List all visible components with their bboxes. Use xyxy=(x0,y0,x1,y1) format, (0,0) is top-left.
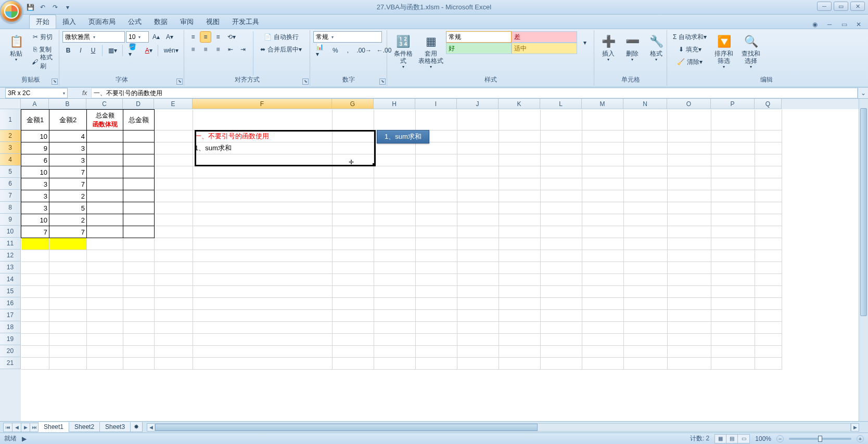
comma-format-icon[interactable]: , xyxy=(342,45,353,56)
merge-center-button[interactable]: ⬌ 合并后居中 ▾ xyxy=(258,44,304,55)
style-good[interactable]: 好 xyxy=(446,43,512,54)
close-button[interactable]: ✕ xyxy=(850,2,865,11)
table-format-button[interactable]: ▦套用 表格格式▾ xyxy=(418,31,444,71)
number-format-combo[interactable]: 常规▾ xyxy=(313,31,382,43)
align-right-icon[interactable]: ≡ xyxy=(212,44,224,55)
doc-close-icon[interactable]: ✕ xyxy=(854,20,863,29)
page-layout-view-icon[interactable]: ▤ xyxy=(726,435,738,443)
ribbon: 📋粘贴▾ ✂ 剪切 ⎘ 复制 🖌 格式刷 剪贴板⬊ 微软雅黑▾ 10▾ A▴ A… xyxy=(0,29,868,87)
sum-macro-button[interactable]: 1、sum求和 xyxy=(377,130,429,143)
redo-icon[interactable]: ↷ xyxy=(50,2,60,12)
zoom-slider[interactable] xyxy=(789,438,851,440)
style-neutral[interactable]: 适中 xyxy=(512,43,577,54)
normal-view-icon[interactable]: ▦ xyxy=(715,435,726,443)
tab-home[interactable]: 开始 xyxy=(29,15,56,29)
tab-nav-next-icon[interactable]: ▶ xyxy=(21,423,30,432)
new-sheet-icon[interactable]: ✸ xyxy=(130,422,143,432)
font-dialog-icon[interactable]: ⬊ xyxy=(176,79,183,85)
tab-review[interactable]: 审阅 xyxy=(174,15,200,29)
autosum-button[interactable]: Σ 自动求和 ▾ xyxy=(670,31,709,43)
accounting-format-icon[interactable]: 📊▾ xyxy=(313,45,328,56)
vertical-scrollbar[interactable] xyxy=(859,99,868,421)
increase-indent-icon[interactable]: ⇥ xyxy=(237,44,249,55)
clear-button[interactable]: 🧹 清除 ▾ xyxy=(670,56,709,68)
formula-bar-expand-icon[interactable]: ⌄ xyxy=(858,88,868,98)
increase-font-icon[interactable]: A▴ xyxy=(150,31,162,43)
doc-minimize-icon[interactable]: ─ xyxy=(825,20,834,29)
increase-decimal-icon[interactable]: .00→ xyxy=(354,45,373,56)
zoom-level[interactable]: 100% xyxy=(755,435,771,442)
maximize-button[interactable]: ▭ xyxy=(834,2,848,11)
name-box[interactable]: 3R x 2C▾ xyxy=(5,88,68,98)
cells-grid[interactable]: 金额1金额2总金额函数体现总金额104一、不要引号的函数使用931、sum求和6… xyxy=(21,109,859,421)
fill-color-button[interactable]: 🪣▾ xyxy=(126,45,142,56)
phonetic-button[interactable]: wén▾ xyxy=(161,45,181,56)
align-bottom-icon[interactable]: ≡ xyxy=(212,31,224,43)
tab-nav-first-icon[interactable]: ⏮ xyxy=(3,423,12,432)
border-button[interactable]: ▦▾ xyxy=(106,45,119,56)
sheet-tab-1[interactable]: Sheet1 xyxy=(38,422,69,432)
insert-cells-button[interactable]: ➕插入▾ xyxy=(597,31,619,64)
zoom-out-icon[interactable]: − xyxy=(776,435,784,442)
minimize-button[interactable]: ─ xyxy=(817,2,832,11)
sheet-tab-2[interactable]: Sheet2 xyxy=(69,422,100,432)
zoom-in-icon[interactable]: + xyxy=(857,435,864,442)
worksheet[interactable]: ABCDEFGHIJKLMNOPQ 1234567891011121314151… xyxy=(0,99,868,421)
tab-data[interactable]: 数据 xyxy=(148,15,174,29)
format-painter-button[interactable]: 🖌 格式刷 xyxy=(29,56,56,68)
tab-page-layout[interactable]: 页面布局 xyxy=(82,15,122,29)
italic-button[interactable]: I xyxy=(75,45,86,56)
font-size-combo[interactable]: 10▾ xyxy=(126,31,149,43)
style-bad[interactable]: 差 xyxy=(512,31,577,43)
bold-button[interactable]: B xyxy=(62,45,74,56)
number-dialog-icon[interactable]: ⬊ xyxy=(379,79,386,85)
cut-button[interactable]: ✂ 剪切 xyxy=(29,31,56,43)
tab-developer[interactable]: 开发工具 xyxy=(226,15,265,29)
delete-cells-button[interactable]: ➖删除▾ xyxy=(621,31,643,64)
align-center-icon[interactable]: ≡ xyxy=(200,44,211,55)
formula-bar[interactable]: 一、不要引号的函数使用 xyxy=(91,88,858,98)
help-icon[interactable]: ◉ xyxy=(811,20,819,29)
row-headers[interactable]: 123456789101112131415161718192021 xyxy=(0,109,21,421)
tab-view[interactable]: 视图 xyxy=(200,15,226,29)
format-cells-button[interactable]: 🔧格式▾ xyxy=(645,31,667,64)
orientation-icon[interactable]: ⟲▾ xyxy=(225,31,238,43)
save-icon[interactable]: 💾 xyxy=(25,2,35,12)
decrease-indent-icon[interactable]: ⇤ xyxy=(225,44,236,55)
align-dialog-icon[interactable]: ⬊ xyxy=(302,79,309,85)
status-ready: 就绪 xyxy=(4,434,17,443)
fill-button[interactable]: ⬇ 填充 ▾ xyxy=(670,44,709,55)
undo-icon[interactable]: ↶ xyxy=(37,2,48,12)
tab-formulas[interactable]: 公式 xyxy=(122,15,148,29)
sort-filter-button[interactable]: 🔽排序和 筛选▾ xyxy=(711,31,736,71)
font-color-button[interactable]: A▾ xyxy=(143,45,155,56)
underline-button[interactable]: U xyxy=(87,45,99,56)
group-editing-label: 编辑 xyxy=(670,75,863,85)
find-select-button[interactable]: 🔍查找和 选择▾ xyxy=(738,31,763,71)
select-all-corner[interactable] xyxy=(0,99,21,109)
align-middle-icon[interactable]: ≡ xyxy=(200,31,211,43)
styles-more-icon[interactable]: ▾ xyxy=(579,31,591,54)
wrap-text-button[interactable]: 📄 自动换行 xyxy=(258,31,304,43)
column-headers[interactable]: ABCDEFGHIJKLMNOPQ xyxy=(21,99,859,109)
qat-more-icon[interactable]: ▾ xyxy=(62,2,73,12)
clipboard-dialog-icon[interactable]: ⬊ xyxy=(52,79,58,85)
fx-icon[interactable]: fx xyxy=(82,89,87,97)
macro-record-icon[interactable]: ▶ xyxy=(22,435,27,442)
decrease-font-icon[interactable]: A▾ xyxy=(163,31,176,43)
office-button[interactable] xyxy=(0,0,23,23)
percent-format-icon[interactable]: % xyxy=(329,45,341,56)
sheet-tab-3[interactable]: Sheet3 xyxy=(99,422,131,432)
horizontal-scrollbar[interactable]: ◀ ▶ xyxy=(147,423,859,432)
align-top-icon[interactable]: ≡ xyxy=(187,31,199,43)
tab-insert[interactable]: 插入 xyxy=(56,15,82,29)
style-normal[interactable]: 常规 xyxy=(446,31,512,43)
tab-nav-prev-icon[interactable]: ◀ xyxy=(12,423,21,432)
doc-restore-icon[interactable]: ▭ xyxy=(840,20,848,29)
page-break-view-icon[interactable]: ▭ xyxy=(738,435,749,443)
window-title: 27.VBA与函数1.xlsm - Microsoft Excel xyxy=(377,3,491,12)
font-name-combo[interactable]: 微软雅黑▾ xyxy=(62,31,125,43)
conditional-format-button[interactable]: 🔢条件格式▾ xyxy=(390,31,416,71)
paste-button[interactable]: 📋粘贴▾ xyxy=(5,31,27,64)
align-left-icon[interactable]: ≡ xyxy=(187,44,199,55)
